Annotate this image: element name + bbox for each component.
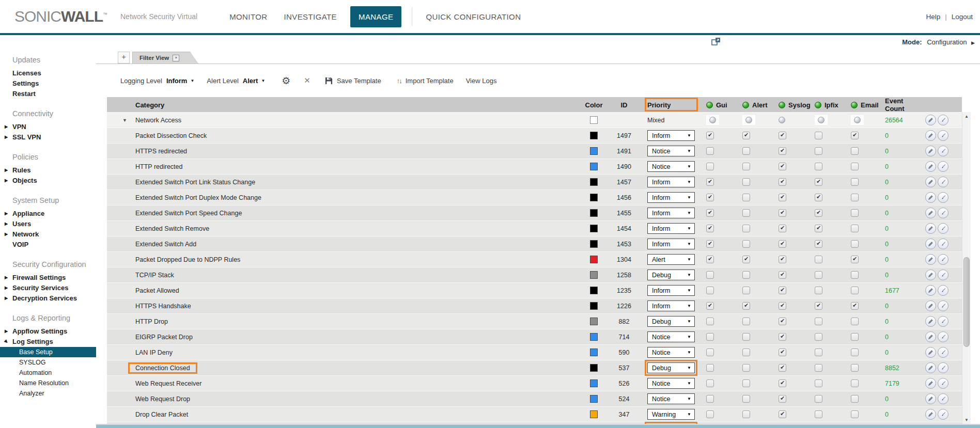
edit-button[interactable] — [925, 223, 936, 234]
alert-mixed-sphere-icon[interactable] — [745, 117, 752, 123]
ipfix-checkbox[interactable]: ✔ — [815, 333, 822, 341]
clear-button[interactable] — [938, 331, 948, 342]
priority-select[interactable]: Notice▼ — [647, 146, 695, 156]
email-checkbox[interactable]: ✔ — [851, 240, 859, 248]
syslog-mixed-sphere-icon[interactable] — [779, 117, 785, 123]
priority-select[interactable]: Notice▼ — [647, 161, 695, 172]
gui-checkbox[interactable]: ✔ — [706, 147, 714, 155]
gui-header[interactable]: Gui — [702, 97, 738, 113]
gui-checkbox[interactable]: ✔ — [706, 209, 714, 217]
alert-checkbox[interactable]: ✔ — [742, 132, 750, 139]
alert-header[interactable]: Alert — [738, 97, 774, 113]
popup-window-icon[interactable] — [711, 37, 721, 45]
clear-button[interactable] — [938, 300, 948, 311]
email-checkbox[interactable]: ✔ — [851, 302, 859, 310]
clear-button[interactable] — [938, 347, 948, 358]
priority-select[interactable]: Notice▼ — [647, 393, 695, 404]
sidebar-item-vpn[interactable]: ▶VPN — [0, 122, 96, 132]
ipfix-checkbox[interactable]: ✔ — [815, 132, 822, 139]
clear-button[interactable] — [938, 270, 948, 280]
syslog-checkbox[interactable]: ✔ — [779, 318, 786, 325]
syslog-checkbox[interactable]: ✔ — [779, 147, 786, 155]
syslog-checkbox[interactable]: ✔ — [779, 194, 786, 201]
priority-select[interactable]: Notice▼ — [647, 378, 695, 389]
syslog-checkbox[interactable]: ✔ — [779, 132, 786, 139]
alert-checkbox[interactable]: ✔ — [742, 287, 750, 294]
alert-checkbox[interactable]: ✔ — [742, 225, 750, 232]
ipfix-checkbox[interactable]: ✔ — [815, 348, 822, 356]
row-expander-icon[interactable]: ▼ — [122, 118, 127, 123]
save-icon[interactable] — [325, 77, 333, 85]
ipfix-checkbox[interactable]: ✔ — [815, 163, 822, 170]
alert-checkbox[interactable]: ✔ — [742, 379, 750, 387]
ipfix-checkbox[interactable]: ✔ — [815, 302, 822, 310]
syslog-checkbox[interactable]: ✔ — [779, 256, 786, 263]
priority-select[interactable]: Inform▼ — [647, 223, 695, 234]
edit-button[interactable] — [925, 192, 936, 203]
ipfix-checkbox[interactable]: ✔ — [815, 178, 822, 186]
category-header[interactable]: Category — [107, 97, 580, 113]
priority-select[interactable]: Inform▼ — [647, 300, 695, 311]
clear-button[interactable] — [938, 409, 948, 420]
edit-button[interactable] — [925, 393, 936, 404]
clear-button[interactable] — [938, 223, 948, 234]
clear-button[interactable] — [938, 393, 948, 404]
ipfix-checkbox[interactable]: ✔ — [815, 410, 822, 418]
clear-button[interactable] — [938, 316, 948, 327]
gui-checkbox[interactable]: ✔ — [706, 379, 714, 387]
syslog-checkbox[interactable]: ✔ — [779, 225, 786, 232]
sidebar-item-appliance[interactable]: ▶Appliance — [0, 209, 96, 219]
priority-select[interactable]: Inform▼ — [647, 285, 695, 296]
table-scrollbar[interactable]: ▲ ▼ — [962, 112, 971, 424]
color-swatch[interactable] — [590, 163, 598, 170]
sidebar-item-objects[interactable]: ▶Objects — [0, 176, 96, 186]
color-swatch[interactable] — [590, 240, 598, 248]
gui-checkbox[interactable]: ✔ — [706, 364, 714, 372]
edit-button[interactable] — [925, 239, 936, 249]
priority-select[interactable]: Notice▼ — [647, 347, 695, 358]
color-swatch[interactable] — [590, 333, 598, 341]
sidebar-item-users[interactable]: ▶Users — [0, 219, 96, 229]
edit-button[interactable] — [925, 130, 936, 141]
priority-header[interactable]: Priority — [640, 97, 702, 113]
color-swatch[interactable] — [590, 364, 598, 372]
email-checkbox[interactable]: ✔ — [851, 410, 859, 418]
color-swatch[interactable] — [590, 209, 598, 217]
color-swatch[interactable] — [590, 348, 598, 356]
syslog-column-sphere-icon[interactable] — [779, 102, 785, 108]
sidebar-item-name-resolution[interactable]: Name Resolution — [0, 378, 96, 388]
color-swatch[interactable] — [590, 147, 598, 155]
ipfix-checkbox[interactable]: ✔ — [815, 240, 822, 248]
edit-button[interactable] — [925, 285, 936, 296]
clear-button[interactable] — [938, 239, 948, 249]
gui-checkbox[interactable]: ✔ — [706, 348, 714, 356]
priority-select[interactable]: Alert▼ — [647, 254, 695, 265]
view-logs-button[interactable]: View Logs — [466, 77, 497, 85]
syslog-checkbox[interactable]: ✔ — [779, 395, 786, 403]
priority-select[interactable]: Inform▼ — [647, 192, 695, 203]
gui-mixed-sphere-icon[interactable] — [709, 117, 716, 123]
nav-quick-configuration[interactable]: QUICK CONFIGURATION — [417, 6, 529, 27]
sidebar-item-automation[interactable]: Automation — [0, 368, 96, 378]
email-checkbox[interactable]: ✔ — [851, 178, 859, 186]
nav-monitor[interactable]: MONITOR — [221, 6, 275, 27]
edit-button[interactable] — [925, 270, 936, 280]
color-swatch[interactable] — [590, 287, 598, 294]
email-checkbox[interactable]: ✔ — [851, 333, 859, 341]
email-column-sphere-icon[interactable] — [851, 102, 858, 108]
syslog-checkbox[interactable]: ✔ — [779, 271, 786, 279]
ipfix-checkbox[interactable]: ✔ — [815, 225, 822, 232]
scroll-up-button[interactable]: ▲ — [962, 112, 971, 120]
add-tab-button[interactable]: + — [118, 52, 130, 64]
ipfix-checkbox[interactable]: ✔ — [815, 271, 822, 279]
sidebar-item-decryption-services[interactable]: ▶Decryption Services — [0, 293, 96, 304]
sidebar-item-licenses[interactable]: Licenses — [0, 68, 96, 78]
ipfix-column-sphere-icon[interactable] — [815, 102, 821, 108]
gui-checkbox[interactable]: ✔ — [706, 240, 714, 248]
edit-button[interactable] — [925, 378, 936, 389]
tab-close-icon[interactable]: ✕ — [173, 55, 179, 61]
priority-select[interactable]: Notice▼ — [647, 331, 695, 342]
alert-checkbox[interactable]: ✔ — [742, 318, 750, 325]
alert-checkbox[interactable]: ✔ — [742, 302, 750, 310]
email-checkbox[interactable]: ✔ — [851, 132, 859, 139]
